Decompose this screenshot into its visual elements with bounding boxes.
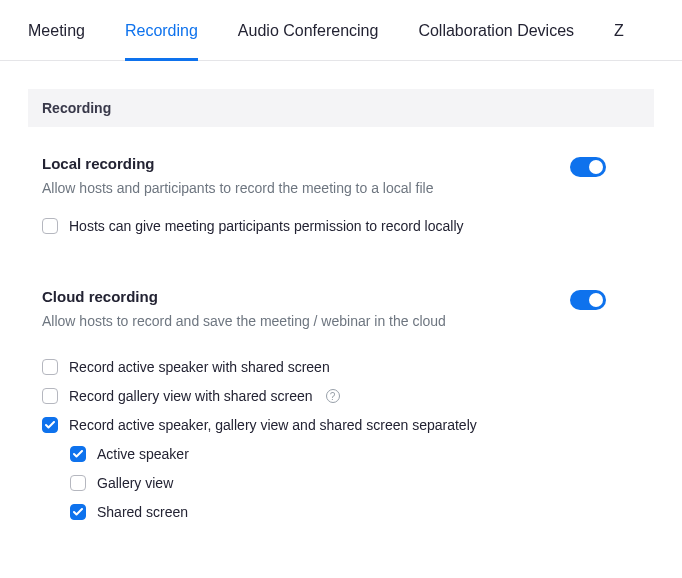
record-gallery-shared-label: Record gallery view with shared screen <box>69 388 313 404</box>
active-speaker-label: Active speaker <box>97 446 189 462</box>
gallery-view-label: Gallery view <box>97 475 173 491</box>
tab-collaboration-devices[interactable]: Collaboration Devices <box>418 22 574 60</box>
tab-meeting[interactable]: Meeting <box>28 22 85 60</box>
local-recording-title: Local recording <box>42 155 570 172</box>
active-speaker-checkbox[interactable] <box>70 446 86 462</box>
tab-extra[interactable]: Z <box>614 22 624 60</box>
tab-audio-conferencing[interactable]: Audio Conferencing <box>238 22 379 60</box>
record-separately-label: Record active speaker, gallery view and … <box>69 417 477 433</box>
record-separately-checkbox[interactable] <box>42 417 58 433</box>
shared-screen-checkbox[interactable] <box>70 504 86 520</box>
hosts-permission-checkbox[interactable] <box>42 218 58 234</box>
hosts-permission-label: Hosts can give meeting participants perm… <box>69 218 464 234</box>
section-header-recording: Recording <box>28 89 654 127</box>
cloud-recording-toggle[interactable] <box>570 290 606 310</box>
record-active-shared-label: Record active speaker with shared screen <box>69 359 330 375</box>
shared-screen-label: Shared screen <box>97 504 188 520</box>
record-gallery-shared-checkbox[interactable] <box>42 388 58 404</box>
cloud-recording-desc: Allow hosts to record and save the meeti… <box>42 313 570 329</box>
record-active-shared-checkbox[interactable] <box>42 359 58 375</box>
local-recording-desc: Allow hosts and participants to record t… <box>42 180 570 196</box>
cloud-recording-block: Cloud recording Allow hosts to record an… <box>0 234 682 329</box>
local-recording-block: Local recording Allow hosts and particip… <box>0 127 682 234</box>
help-icon[interactable]: ? <box>326 389 340 403</box>
cloud-recording-options: Record active speaker with shared screen… <box>0 329 682 520</box>
tab-recording[interactable]: Recording <box>125 22 198 61</box>
tabs-nav: Meeting Recording Audio Conferencing Col… <box>0 0 682 61</box>
local-recording-toggle[interactable] <box>570 157 606 177</box>
gallery-view-checkbox[interactable] <box>70 475 86 491</box>
cloud-recording-title: Cloud recording <box>42 288 570 305</box>
